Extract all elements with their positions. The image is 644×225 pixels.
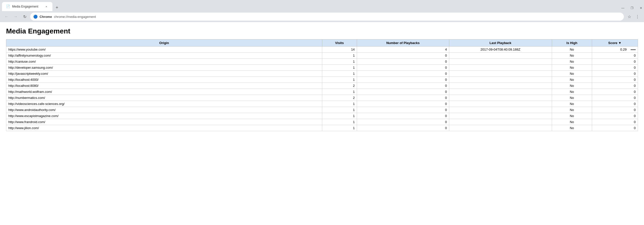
- table-row: http://www.jilion.com/10No0: [6, 125, 638, 131]
- address-bar[interactable]: 🔵 Chrome chrome://media-engagement: [30, 13, 624, 21]
- cell-is-high: No: [552, 101, 592, 107]
- cell-score: 0: [592, 119, 638, 125]
- back-button[interactable]: ←: [3, 13, 10, 20]
- delete-button[interactable]: [631, 49, 636, 50]
- cell-is-high: No: [552, 107, 592, 113]
- header-visits: Visits: [322, 40, 357, 47]
- refresh-button[interactable]: ↻: [21, 13, 28, 20]
- cell-origin: http://numbermatics.com/: [6, 95, 322, 101]
- cell-score: 0: [592, 95, 638, 101]
- table-row: http://affinitynumerology.com/10No0: [6, 53, 638, 59]
- table-row: http://caniuse.com/10No0: [6, 59, 638, 65]
- cell-is-high: No: [552, 53, 592, 59]
- table-header: Origin Visits Number of Playbacks Last P…: [6, 40, 638, 47]
- cell-score: 0.29: [592, 47, 638, 53]
- cell-last-playback: [449, 125, 552, 131]
- cell-is-high: No: [552, 47, 592, 53]
- tab-favicon-icon: 📄: [6, 5, 10, 9]
- table-row: http://localhost:4000/10No0: [6, 77, 638, 83]
- cell-visits: 2: [322, 95, 357, 101]
- cell-is-high: No: [552, 125, 592, 131]
- cell-playbacks: 0: [357, 107, 449, 113]
- browser-actions: ☆ ⋮: [626, 13, 641, 20]
- table-row: http://numbermatics.com/20No0: [6, 95, 638, 101]
- bookmark-button[interactable]: ☆: [626, 13, 633, 20]
- cell-origin: http://localhost:8080/: [6, 83, 322, 89]
- page-content: Media Engagement Origin Visits Number of…: [0, 22, 644, 224]
- table-row: http://www.frandroid.com/10No0: [6, 119, 638, 125]
- cell-last-playback: [449, 113, 552, 119]
- cell-origin: http://www.frandroid.com/: [6, 119, 322, 125]
- cell-score: 0: [592, 89, 638, 95]
- new-tab-button[interactable]: +: [53, 4, 60, 11]
- cell-score: 0: [592, 77, 638, 83]
- cell-last-playback: [449, 77, 552, 83]
- cell-playbacks: 0: [357, 95, 449, 101]
- cell-visits: 1: [322, 65, 357, 71]
- window-controls: — ❐ ✕: [620, 5, 644, 11]
- cell-last-playback: [449, 101, 552, 107]
- cell-is-high: No: [552, 59, 592, 65]
- cell-last-playback: [449, 89, 552, 95]
- header-score[interactable]: Score ▼: [592, 40, 638, 47]
- address-url: chrome://media-engagement: [54, 15, 621, 19]
- minimize-button[interactable]: —: [620, 5, 626, 11]
- cell-origin: http://caniuse.com/: [6, 59, 322, 65]
- table-row: http://localhost:8080/20No0: [6, 83, 638, 89]
- address-bar-row: ← → ↻ 🔵 Chrome chrome://media-engagement…: [0, 11, 644, 22]
- cell-last-playback: 2017-09-04T08:40:09.188Z: [449, 47, 552, 53]
- maximize-button[interactable]: ❐: [629, 5, 635, 11]
- cell-playbacks: 4: [357, 47, 449, 53]
- cell-is-high: No: [552, 113, 592, 119]
- cell-score: 0: [592, 125, 638, 131]
- cell-playbacks: 0: [357, 65, 449, 71]
- cell-score: 0: [592, 59, 638, 65]
- cell-playbacks: 0: [357, 77, 449, 83]
- cell-score: 0: [592, 53, 638, 59]
- cell-origin: http://developer.samsung.com/: [6, 65, 322, 71]
- cell-visits: 1: [322, 113, 357, 119]
- cell-score: 0: [592, 107, 638, 113]
- table-row: http://videosciences.cafe-sciences.org/1…: [6, 101, 638, 107]
- security-icon: 🔵: [33, 15, 38, 19]
- cell-last-playback: [449, 83, 552, 89]
- cell-origin: http://affinitynumerology.com/: [6, 53, 322, 59]
- cell-origin: http://www.escapistmagazine.com/: [6, 113, 322, 119]
- close-window-button[interactable]: ✕: [638, 5, 644, 11]
- cell-visits: 1: [322, 119, 357, 125]
- cell-origin: http://www.androidauthority.com/: [6, 107, 322, 113]
- browser-chrome: 📄 Media Engagement × + — ❐ ✕ ← → ↻ 🔵 Chr…: [0, 0, 644, 22]
- table-row: http://www.androidauthority.com/10No0: [6, 107, 638, 113]
- cell-visits: 2: [322, 83, 357, 89]
- cell-origin: https://www.youtube.com/: [6, 47, 322, 53]
- cell-score: 0: [592, 71, 638, 77]
- cell-is-high: No: [552, 95, 592, 101]
- forward-button[interactable]: →: [12, 13, 19, 20]
- menu-button[interactable]: ⋮: [634, 13, 641, 20]
- cell-visits: 14: [322, 47, 357, 53]
- header-last-playback: Last Playback: [449, 40, 552, 47]
- cell-is-high: No: [552, 119, 592, 125]
- tab-close-button[interactable]: ×: [44, 5, 48, 9]
- header-is-high: Is High: [552, 40, 592, 47]
- cell-origin: http://www.jilion.com/: [6, 125, 322, 131]
- cell-playbacks: 0: [357, 53, 449, 59]
- cell-score: 0: [592, 83, 638, 89]
- header-playbacks: Number of Playbacks: [357, 40, 449, 47]
- cell-is-high: No: [552, 65, 592, 71]
- table-row: http://developer.samsung.com/10No0: [6, 65, 638, 71]
- cell-last-playback: [449, 95, 552, 101]
- cell-score: 0: [592, 101, 638, 107]
- table-row: http://javascriptweekly.com/10No0: [6, 71, 638, 77]
- media-engagement-table: Origin Visits Number of Playbacks Last P…: [6, 39, 638, 131]
- cell-visits: 1: [322, 107, 357, 113]
- cell-playbacks: 0: [357, 119, 449, 125]
- cell-is-high: No: [552, 71, 592, 77]
- address-scheme: Chrome: [40, 15, 52, 19]
- cell-score: 0: [592, 65, 638, 71]
- cell-playbacks: 0: [357, 59, 449, 65]
- table-row: http://www.escapistmagazine.com/10No0: [6, 113, 638, 119]
- tab-bar: 📄 Media Engagement × + — ❐ ✕: [0, 0, 644, 11]
- active-tab[interactable]: 📄 Media Engagement ×: [2, 2, 52, 11]
- cell-origin: http://mathworld.wolfram.com/: [6, 89, 322, 95]
